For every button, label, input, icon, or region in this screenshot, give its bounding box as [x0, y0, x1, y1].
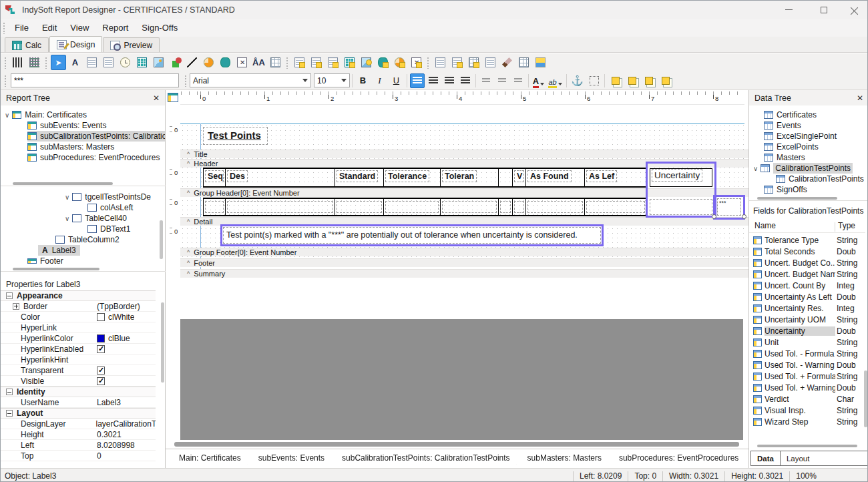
field-row[interactable]: Uncertainty UOMString — [749, 314, 865, 325]
data-tree-item-excelsinglepoint[interactable]: ExcelSinglePoint — [764, 131, 837, 142]
header-cell-description[interactable]: Des — [225, 169, 335, 186]
band-bar-summary[interactable]: ^Summary — [180, 269, 748, 278]
image-tool-icon[interactable] — [151, 55, 166, 70]
calc-tool-icon[interactable] — [134, 55, 150, 70]
field-row[interactable]: Total SecondsDoub — [749, 246, 865, 257]
db-checkbox-icon[interactable] — [409, 55, 424, 70]
maximize-button[interactable] — [809, 1, 839, 19]
db-text-icon[interactable] — [292, 55, 307, 70]
prop-row-visible[interactable]: Visible — [1, 376, 156, 387]
doc-tab-subprocedures[interactable]: subProcedures: EventProcedures — [608, 451, 749, 465]
doc-tab-subcalibrationtestpoints[interactable]: subCalibrationTestPoints: CalibrationTes… — [331, 451, 520, 465]
tree-item-submasters[interactable]: subMasters: Masters — [27, 142, 114, 152]
tab-layout[interactable]: Layout — [781, 451, 816, 465]
tab-design[interactable]: Design — [49, 36, 102, 52]
tree-item-label3[interactable]: A Label3 — [38, 245, 80, 256]
data-cell[interactable] — [335, 199, 383, 215]
font-size-select[interactable]: 10 — [314, 73, 350, 87]
shape-tool-icon[interactable] — [168, 55, 183, 70]
text-value-input[interactable] — [11, 73, 179, 87]
region-tool-icon[interactable] — [218, 55, 233, 70]
tree-item-footer-band[interactable]: Footer — [27, 256, 63, 266]
title-band-label[interactable]: Test Points — [203, 127, 268, 145]
menu-edit[interactable]: Edit — [35, 19, 63, 37]
expand-icon[interactable] — [13, 303, 19, 310]
prop-row-transparent[interactable]: Transparent — [1, 365, 156, 376]
prop-row-designlayer[interactable]: DesignLayer layerCalibrationT — [1, 419, 156, 429]
doc-tab-subevents[interactable]: subEvents: Events — [248, 451, 335, 465]
data-tree-item-excelpoints[interactable]: ExcelPoints — [764, 142, 819, 152]
table-tool-icon[interactable] — [516, 55, 531, 70]
field-row[interactable]: UnitString — [749, 336, 865, 348]
valign-bottom-button[interactable] — [511, 73, 525, 88]
doc-tab-main-certificates[interactable]: Main: Certificates — [168, 451, 252, 465]
prop-row-border[interactable]: Border (TppBorder) — [1, 301, 156, 312]
tab-data[interactable]: Data — [751, 451, 781, 465]
chevron-down-icon[interactable]: ∨ — [753, 165, 758, 172]
prop-group-identity[interactable]: Identity — [1, 387, 156, 397]
header-cell-tolerance[interactable]: Tolerance — [383, 169, 440, 186]
menu-report[interactable]: Report — [95, 19, 135, 37]
checkbox-checked-icon[interactable] — [97, 367, 105, 375]
menu-file[interactable]: File — [8, 19, 35, 37]
field-row-uncertainty-selected[interactable]: UncertaintyDoub — [749, 325, 865, 336]
menu-view[interactable]: View — [63, 19, 95, 37]
prop-row-hyperlinkcolor[interactable]: HyperlinkColor clBlue — [1, 333, 156, 344]
header-cell-tolerance2[interactable]: Toleran — [440, 169, 498, 186]
header-cell-seq[interactable]: Seq — [203, 169, 225, 186]
checkbox-checked-icon[interactable] — [97, 345, 105, 353]
prop-row-hyperlinkhint[interactable]: HyperlinkHint — [1, 354, 156, 365]
toolbar-grip[interactable] — [4, 75, 7, 87]
header-cell-standard[interactable]: Standard — [335, 169, 383, 186]
prop-row-hyperlinkenabled[interactable]: HyperlinkEnabled — [1, 344, 156, 354]
prop-group-layout[interactable]: Layout — [1, 408, 156, 419]
prop-row-top[interactable]: Top 0 — [1, 451, 156, 461]
collapse-icon[interactable] — [6, 389, 13, 395]
tolerance-note-label[interactable]: Test point(s) marked with a "***" are po… — [223, 227, 601, 244]
barcode-icon[interactable] — [10, 55, 25, 70]
italic-button[interactable]: I — [372, 73, 387, 88]
asterisks-selection-outline[interactable] — [713, 195, 745, 220]
collapse-icon[interactable] — [6, 292, 13, 299]
minimize-button[interactable] — [774, 1, 804, 19]
db-memo-icon[interactable] — [308, 55, 324, 70]
layers-tree-vscrollbar[interactable] — [160, 220, 163, 259]
db-image-icon[interactable] — [359, 55, 374, 70]
chart-tool-icon[interactable] — [201, 55, 216, 70]
bring-forward-button[interactable] — [641, 73, 656, 88]
chevron-down-icon[interactable]: ∨ — [65, 194, 69, 201]
toolbar-grip[interactable] — [184, 75, 188, 87]
checkbox-checked-icon[interactable] — [97, 377, 105, 385]
tree-item-subcalibrationtestpoints[interactable]: subCalibrationTestPoints: CalibrationT — [27, 131, 165, 142]
field-row[interactable]: Uncertainty As LeftDoub — [749, 291, 865, 302]
tree-item-subprocedures[interactable]: subProcedures: EventProcedures — [27, 152, 160, 163]
tree-item-tgcelltestpoints[interactable]: ∨ tgcellTestPointsDe — [65, 192, 151, 202]
field-row[interactable]: VerdictChar — [749, 393, 865, 405]
font-name-select[interactable]: Arial — [190, 73, 311, 87]
cross-tab-icon[interactable] — [466, 55, 481, 70]
resize-handle[interactable] — [712, 214, 716, 219]
rich-text-icon[interactable] — [101, 55, 116, 70]
data-cells-row[interactable] — [203, 198, 647, 216]
chevron-down-icon[interactable]: ∨ — [5, 111, 9, 119]
band-bar-footer[interactable]: ^Footer — [180, 258, 748, 267]
align-right-button[interactable] — [442, 73, 457, 88]
underline-button[interactable]: U — [389, 73, 404, 88]
design-canvas[interactable]: 0 1 2 3 4 5 6 7 8 0 0 0 0 Test Points ^T… — [166, 90, 748, 468]
prop-group-appearance[interactable]: Appearance — [1, 290, 156, 301]
highlight-color-button[interactable]: ab — [548, 73, 564, 88]
properties-vscrollbar[interactable] — [161, 302, 164, 383]
tree-item-subevents[interactable]: subEvents: Events — [27, 120, 106, 131]
close-button[interactable] — [841, 1, 867, 19]
menu-sign-offs[interactable]: Sign-Offs — [135, 19, 184, 37]
toolbar-grip[interactable] — [427, 57, 430, 69]
fields-hscrollbar[interactable] — [757, 445, 857, 447]
tree-item-tablecell40[interactable]: ∨ TableCell40 — [65, 213, 127, 224]
checkbox-tool-icon[interactable] — [234, 55, 250, 70]
data-cell[interactable] — [512, 199, 525, 215]
tab-calc[interactable]: Calc — [5, 37, 49, 52]
data-tree-hscrollbar[interactable] — [757, 197, 837, 200]
column-header-name[interactable]: Name — [754, 221, 776, 230]
data-cell[interactable] — [383, 199, 440, 215]
field-row[interactable]: Used Tol. - WarningDoub — [749, 359, 865, 371]
